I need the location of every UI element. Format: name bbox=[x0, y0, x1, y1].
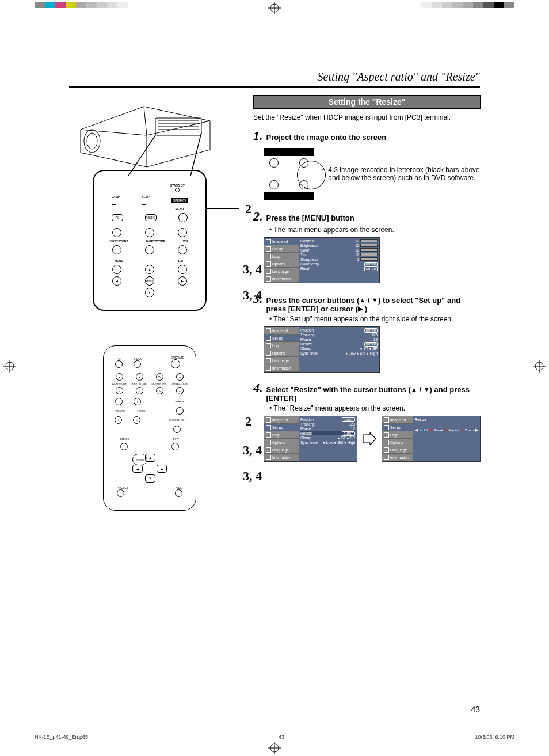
rm-vol-plus[interactable]: + bbox=[115, 398, 123, 405]
letterbox-illustration bbox=[264, 148, 314, 200]
rm-vkey-minus[interactable]: − bbox=[116, 387, 123, 394]
rm-screen-s[interactable]: S bbox=[156, 387, 163, 394]
rm-menu-button[interactable] bbox=[120, 443, 128, 450]
osd-row: Clamp● ST ● BP bbox=[300, 435, 355, 440]
rm-cursor-up[interactable]: ▲ bbox=[145, 454, 155, 462]
color-registration-bar bbox=[421, 2, 514, 8]
osd-menu-image-adj: Image adj.Set upLogoOptionsLanguageInfor… bbox=[264, 237, 380, 283]
rm-cursor-right[interactable]: ▶ bbox=[157, 465, 167, 473]
osd-tab: Set up bbox=[264, 245, 299, 253]
registration-mark-icon bbox=[533, 360, 546, 373]
cp-menu-button[interactable] bbox=[112, 265, 121, 274]
rm-focus-label: FOCUS bbox=[137, 409, 145, 412]
rm-focus-plus[interactable]: + bbox=[134, 398, 141, 405]
cursor-left-button[interactable]: ◀ bbox=[112, 276, 121, 286]
footer-file: HX-1E_p41-49_En.p65 bbox=[35, 734, 88, 740]
right-column: Setting the "Resize" Set the "Resize" wh… bbox=[253, 95, 481, 470]
osd-row: ResizeENTER bbox=[300, 431, 355, 435]
rm-vkey-plus[interactable]: + bbox=[116, 373, 123, 381]
hkey-plus-button[interactable]: + bbox=[145, 228, 154, 237]
crop-mark bbox=[13, 717, 20, 724]
rm-vol-minus[interactable]: − bbox=[115, 416, 122, 424]
osd-row: Sharpness1 bbox=[300, 257, 378, 261]
cursor-right-button[interactable]: ▶ bbox=[178, 276, 187, 286]
crop-mark bbox=[13, 13, 20, 20]
remote-control: PC VIDEO OPERATE + + W + V-KEYSTONE H-KE… bbox=[103, 345, 196, 511]
rm-dzoom-minus[interactable]: − bbox=[176, 387, 184, 394]
step-bullet: • The "Set up" menu appears on the right… bbox=[269, 315, 481, 323]
osd-tab: Image adj. bbox=[264, 327, 299, 335]
standby-label: STAND BY bbox=[170, 184, 185, 187]
cursor-up-button[interactable]: ▲ bbox=[145, 265, 154, 274]
osd-row: Sync level● Low ● Std ● High bbox=[300, 440, 355, 445]
rm-operate-button[interactable] bbox=[171, 359, 180, 368]
lamp-indicator bbox=[112, 199, 116, 205]
osd-row: Color12 bbox=[300, 248, 378, 252]
osd-tab: Logo bbox=[264, 253, 299, 260]
rm-pc-button[interactable] bbox=[115, 360, 123, 368]
rm-operate-label: OPERATE bbox=[171, 356, 185, 359]
vol-plus-button[interactable]: + bbox=[178, 228, 187, 237]
osd-tab: Set up bbox=[264, 424, 299, 431]
vkey-minus-button[interactable]: − bbox=[112, 245, 121, 254]
rm-cursor-down[interactable]: ▼ bbox=[145, 474, 155, 483]
rm-hide-button[interactable] bbox=[175, 489, 182, 497]
osd-tab: Information bbox=[264, 275, 299, 283]
exit-label: EXIT bbox=[178, 259, 185, 263]
cursor-down-button[interactable]: ▼ bbox=[145, 288, 154, 297]
footer: HX-1E_p41-49_En.p65 43 10/3/03, 6:10 PM bbox=[35, 734, 514, 740]
osd-row: Brightness12 bbox=[300, 243, 378, 248]
column-divider bbox=[241, 95, 241, 704]
rm-screen-w[interactable]: W bbox=[156, 373, 163, 381]
vol-minus-button[interactable]: − bbox=[178, 245, 187, 254]
cp-exit-button[interactable] bbox=[178, 265, 187, 274]
callout-lead bbox=[205, 208, 239, 209]
osd-tab: Logo bbox=[382, 431, 413, 439]
rm-vkey-label: V-KEYSTONE bbox=[112, 382, 127, 385]
osd-tab: Image adj. bbox=[382, 416, 413, 424]
rm-qalign-button[interactable] bbox=[173, 426, 181, 433]
video-button[interactable]: VIDEO bbox=[145, 214, 157, 221]
rm-volume-label: VOLUME bbox=[116, 409, 125, 412]
vkey-plus-button[interactable]: + bbox=[112, 228, 121, 237]
osd-resize-title: Resize bbox=[415, 417, 478, 421]
osd-tab: Image adj. bbox=[264, 416, 299, 424]
rm-freeze-button[interactable] bbox=[176, 407, 184, 415]
enter-button[interactable]: ENTER bbox=[145, 276, 154, 286]
lamp-label: LAMP bbox=[112, 195, 120, 199]
callout-2: 2 bbox=[245, 202, 251, 216]
registration-mark-icon bbox=[268, 2, 281, 14]
step-number: 1. bbox=[253, 128, 263, 143]
rm-exit-button[interactable] bbox=[171, 443, 179, 450]
rm-focus-minus[interactable]: − bbox=[133, 416, 140, 424]
rm-dzoom-plus[interactable]: + bbox=[176, 373, 184, 381]
callout-lead bbox=[205, 295, 239, 295]
step-number: 3. bbox=[253, 291, 263, 306]
osd-tab: Information bbox=[264, 364, 299, 372]
rm-preset-button[interactable] bbox=[117, 489, 124, 497]
osd-row: Tint12 bbox=[300, 252, 378, 257]
rm-video-button[interactable] bbox=[134, 360, 141, 368]
osd-tab: Options bbox=[264, 260, 299, 268]
osd-menu-setup: Image adj.Set upLogoOptionsLanguageInfor… bbox=[264, 326, 380, 373]
rm-hkey-minus[interactable]: − bbox=[136, 387, 143, 394]
step-title: Press the cursor buttons (▲ / ▼) to sele… bbox=[266, 296, 481, 313]
osd-menu-resize: Image adj.Set upLogoOptionsLanguageInfor… bbox=[382, 416, 481, 462]
step-1: 1. Project the image onto the screen ← 4… bbox=[253, 128, 481, 200]
rm-hkey-plus[interactable]: + bbox=[136, 373, 143, 381]
osd-tab: Logo bbox=[264, 342, 299, 349]
rm-cursor-left[interactable]: ◀ bbox=[132, 465, 143, 473]
hkey-minus-button[interactable]: − bbox=[145, 245, 154, 254]
pc-button[interactable]: PC bbox=[112, 214, 123, 221]
registration-mark-icon bbox=[268, 742, 281, 754]
menu-button[interactable] bbox=[178, 213, 188, 222]
vol-label: VOL. bbox=[183, 240, 190, 243]
projector-control-panel: STAND BY LAMP TEMP OPERATE MENU PC VIDEO… bbox=[93, 170, 207, 311]
rm-exit-label: EXIT bbox=[173, 438, 179, 441]
projector-illustration bbox=[69, 95, 219, 176]
crop-mark bbox=[529, 717, 536, 724]
osd-row: Color temp.ENTER bbox=[300, 261, 378, 266]
intro-text: Set the "Resize" when HDCP image is inpu… bbox=[253, 113, 481, 121]
page-title: Setting "Aspect ratio" and "Resize" bbox=[318, 70, 480, 83]
operate-label: OPERATE bbox=[171, 198, 188, 203]
